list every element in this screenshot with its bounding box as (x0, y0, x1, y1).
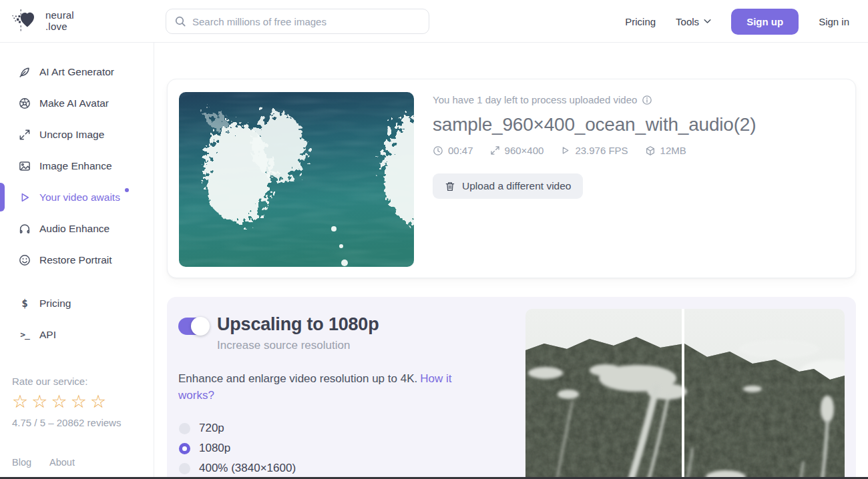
upscale-card: Upscaling to 1080p Increase source resol… (167, 297, 856, 479)
image-icon (19, 160, 31, 172)
radio-selected[interactable] (179, 443, 190, 454)
blog-link[interactable]: Blog (12, 457, 31, 468)
video-thumbnail[interactable] (179, 92, 414, 267)
star-icon[interactable] (71, 393, 87, 411)
trash-icon (445, 181, 455, 192)
search-bar[interactable] (166, 9, 429, 34)
star-icon[interactable] (51, 393, 67, 411)
star-rating (12, 393, 154, 411)
header: neural .love Pricing Tools Sign up Sign … (0, 0, 868, 43)
sidebar-footer: Blog About (12, 457, 75, 468)
clock-icon (433, 145, 443, 156)
video-card: You have 1 day left to process uploaded … (167, 79, 856, 278)
sidebar-item-uncrop-image[interactable]: Uncrop Image (0, 119, 154, 150)
signin-link[interactable]: Sign in (819, 16, 849, 27)
radio-unselected[interactable] (179, 463, 190, 474)
sidebar-item-label: Make AI Avatar (39, 97, 109, 109)
nav-tools[interactable]: Tools (676, 16, 711, 27)
sidebar-item-audio-enhance[interactable]: Audio Enhance (0, 213, 154, 244)
headphones-icon (19, 223, 31, 235)
sidebar-secondary-list: $ Pricing >_ API (0, 288, 154, 350)
dollar-icon: $ (19, 297, 31, 310)
sidebar-tools-list: AI Art Generator Make AI Avatar Uncrop I… (0, 43, 154, 428)
sidebar-item-label: AI Art Generator (39, 66, 114, 78)
sidebar-item-label: Restore Portrait (39, 254, 112, 266)
main-content: You have 1 day left to process uploaded … (155, 43, 868, 479)
avatar-icon (19, 97, 31, 109)
rating-summary: 4.75 / 5 – 20862 reviews (12, 417, 154, 428)
video-info-column: You have 1 day left to process uploaded … (433, 94, 842, 199)
before-after-comparison-image[interactable] (525, 309, 845, 479)
nav-pricing[interactable]: Pricing (625, 16, 656, 27)
header-nav: Pricing Tools Sign up Sign in (625, 0, 868, 43)
video-title: sample_960×400_ocean_with_audio(2) (433, 114, 842, 135)
search-input[interactable] (192, 16, 421, 27)
sidebar-item-restore-portrait[interactable]: Restore Portrait (0, 244, 154, 276)
smiley-icon (19, 254, 31, 266)
duration-meta: 00:47 (433, 145, 473, 156)
upscale-heading: Upscaling to 1080p (217, 314, 379, 335)
active-indicator-bar (0, 183, 5, 211)
star-icon[interactable] (31, 393, 47, 411)
resize-arrows-icon (490, 145, 500, 155)
sidebar-item-your-video-awaits[interactable]: Your video awaits (0, 181, 154, 213)
sidebar-item-label: Audio Enhance (39, 223, 110, 235)
sidebar-item-label: Image Enhance (39, 160, 112, 172)
radio-unselected[interactable] (179, 423, 190, 434)
info-icon[interactable] (642, 95, 652, 105)
star-icon[interactable] (12, 393, 28, 411)
star-icon[interactable] (90, 393, 106, 411)
sidebar-item-image-enhance[interactable]: Image Enhance (0, 150, 154, 181)
filesize-meta: 12MB (645, 145, 686, 156)
upload-different-video-button[interactable]: Upload a different video (433, 173, 583, 199)
feather-icon (19, 66, 31, 78)
fps-meta: 23.976 FPS (560, 145, 628, 156)
sidebar-item-pricing[interactable]: $ Pricing (0, 288, 154, 319)
sidebar-item-label: API (39, 329, 56, 341)
expiry-notice: You have 1 day left to process uploaded … (433, 94, 842, 105)
sidebar-item-api[interactable]: >_ API (0, 319, 154, 350)
expand-icon (19, 129, 31, 141)
upscale-description: Enhance and enlarge video resolution up … (178, 371, 467, 404)
logo[interactable]: neural .love (11, 8, 74, 35)
play-icon (19, 191, 31, 203)
rating-block: Rate our service: 4.75 / 5 – 20862 revie… (12, 376, 154, 428)
signup-button[interactable]: Sign up (731, 9, 799, 35)
play-outline-icon (560, 145, 570, 155)
sidebar-item-label: Uncrop Image (39, 129, 104, 141)
resolution-meta: 960×400 (490, 145, 544, 156)
heart-logo-icon (11, 8, 40, 35)
sidebar-item-ai-art-generator[interactable]: AI Art Generator (0, 56, 154, 87)
sidebar: AI Art Generator Make AI Avatar Uncrop I… (0, 43, 154, 477)
about-link[interactable]: About (49, 457, 75, 468)
sidebar-item-label: Pricing (39, 298, 71, 310)
sidebar-item-make-ai-avatar[interactable]: Make AI Avatar (0, 87, 154, 119)
notification-dot (125, 188, 129, 192)
logo-text: neural .love (45, 10, 74, 33)
toggle-knob (191, 317, 210, 336)
video-meta-row: 00:47 960×400 (433, 145, 842, 156)
terminal-icon: >_ (19, 330, 31, 340)
upscale-subheading: Increase source resolution (217, 339, 379, 352)
chevron-down-icon (704, 19, 711, 24)
cube-icon (645, 145, 656, 156)
upscale-toggle[interactable] (178, 318, 208, 335)
search-icon (174, 15, 186, 27)
sidebar-item-label: Your video awaits (39, 191, 120, 203)
rating-prompt: Rate our service: (12, 376, 154, 387)
